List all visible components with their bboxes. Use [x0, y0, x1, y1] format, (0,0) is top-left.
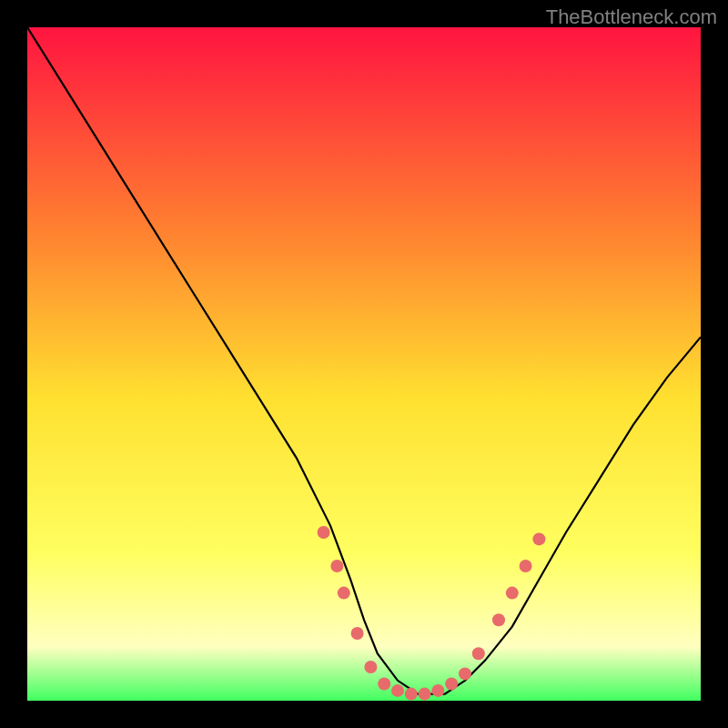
- data-marker: [431, 684, 444, 697]
- data-marker: [351, 627, 364, 640]
- data-marker: [532, 532, 545, 545]
- data-marker: [520, 560, 532, 572]
- gradient-background: [27, 27, 701, 701]
- data-marker: [492, 613, 505, 626]
- data-marker: [506, 587, 519, 600]
- data-marker: [364, 661, 377, 673]
- watermark-text: TheBottleneck.com: [546, 5, 717, 29]
- data-marker: [391, 684, 404, 697]
- data-marker: [445, 678, 458, 691]
- chart-svg: [27, 27, 701, 701]
- data-marker: [405, 688, 418, 701]
- data-marker: [378, 678, 390, 691]
- data-marker: [318, 526, 330, 539]
- data-marker: [459, 667, 471, 680]
- data-marker: [472, 647, 485, 660]
- data-marker: [419, 688, 431, 701]
- chart-plot-area: [27, 27, 701, 701]
- data-marker: [338, 587, 350, 600]
- data-marker: [330, 560, 343, 572]
